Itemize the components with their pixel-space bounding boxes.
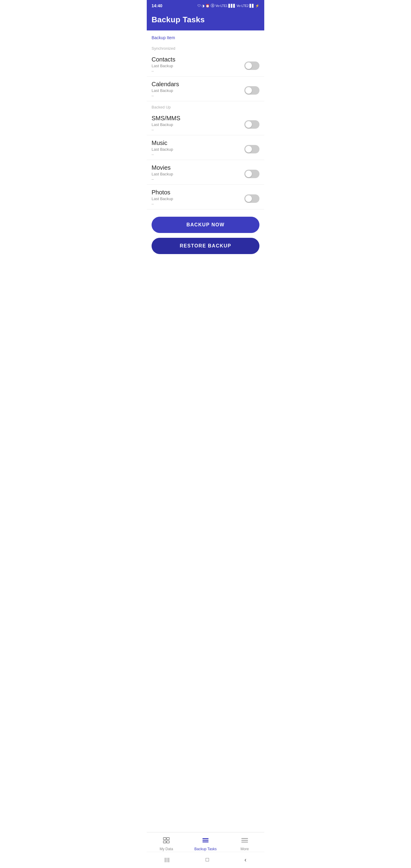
smsmms-track [244,120,259,129]
music-value: – [152,152,241,157]
calendars-track [244,86,259,95]
photos-track [244,194,259,203]
photos-value: – [152,202,241,206]
nav-item-backuptasks[interactable]: Backup Tasks [186,835,225,852]
circle-icon: ◑ [201,4,204,8]
contacts-value: – [152,69,241,73]
signal1-icon: ▋▋▋ [228,4,235,8]
list-item-contacts: Contacts Last Backup – [147,52,264,76]
calendars-content: Calendars Last Backup – [152,81,241,100]
mydata-label: My Data [160,847,173,851]
smsmms-value: – [152,127,241,132]
movies-thumb [245,170,252,177]
status-time: 14:40 [152,3,162,8]
music-track [244,145,259,153]
bluetooth-icon: Ⓑ [211,3,215,8]
movies-value: – [152,177,241,181]
svg-rect-0 [163,838,166,840]
contacts-title: Contacts [152,56,241,63]
movies-title: Movies [152,164,241,171]
calendars-subtitle: Last Backup [152,88,241,93]
mydata-icon [163,837,170,846]
music-toggle[interactable] [244,145,259,153]
calendars-thumb [245,87,252,94]
movies-content: Movies Last Backup – [152,164,241,183]
backup-now-button[interactable]: BACKUP NOW [152,217,259,233]
category-synchronized: Synchronized Contacts Last Backup – [147,42,264,101]
signal2-icon: ▋▋ [250,4,254,8]
category-header-backed-up: Backed Up [147,101,264,111]
alarm-icon: ⏰ [205,4,210,8]
music-thumb [245,146,252,153]
status-bar: 14:40 🛡 ◑ ⏰ Ⓑ Vo↑LTE1 ▋▋▋ Vo↑LTE2 ▋▋ ⚡ [147,0,264,10]
svg-rect-1 [167,838,169,840]
smsmms-title: SMS/MMS [152,115,241,122]
photos-subtitle: Last Backup [152,196,241,201]
calendars-title: Calendars [152,81,241,88]
svg-rect-4 [202,838,209,839]
nav-item-mydata[interactable]: My Data [147,835,186,852]
app-header: Backup Tasks [147,10,264,30]
photos-thumb [245,195,252,202]
lte2-indicator: Vo↑LTE2 [236,4,249,7]
calendars-value: – [152,93,241,98]
main-content: Backup Item Synchronized Contacts Last B… [147,30,264,298]
calendars-toggle[interactable] [244,86,259,95]
photos-content: Photos Last Backup – [152,189,241,208]
smsmms-content: SMS/MMS Last Backup – [152,115,241,134]
movies-toggle[interactable] [244,170,259,178]
photos-title: Photos [152,189,241,196]
bottom-nav: My Data Backup Tasks More [147,832,264,855]
contacts-track [244,61,259,70]
contacts-subtitle: Last Backup [152,64,241,68]
more-icon [241,837,248,846]
list-item-photos: Photos Last Backup – [147,185,264,210]
list-item-smsmms: SMS/MMS Last Backup – [147,111,264,135]
music-title: Music [152,140,241,147]
contacts-thumb [245,62,252,69]
nav-item-more[interactable]: More [225,835,264,852]
svg-rect-3 [167,841,169,843]
android-nav-bar: ||| □ ‹ [147,852,264,868]
svg-rect-5 [202,840,209,841]
android-menu-button[interactable]: ||| [158,856,176,864]
action-buttons: BACKUP NOW RESTORE BACKUP [147,210,264,259]
lte1-indicator: Vo↑LTE1 [216,4,227,7]
list-item-music: Music Last Backup – [147,135,264,160]
section-label: Backup Item [147,30,264,42]
list-item-movies: Movies Last Backup – [147,160,264,185]
smsmms-thumb [245,121,252,128]
movies-subtitle: Last Backup [152,172,241,176]
smsmms-toggle[interactable] [244,120,259,129]
battery-icon: ⚡ [255,4,259,8]
photos-toggle[interactable] [244,194,259,203]
backuptasks-icon [202,837,209,846]
android-home-button[interactable]: □ [199,855,215,864]
music-content: Music Last Backup – [152,140,241,158]
status-icons: 🛡 ◑ ⏰ Ⓑ Vo↑LTE1 ▋▋▋ Vo↑LTE2 ▋▋ ⚡ [197,3,259,8]
more-label: More [241,847,249,851]
svg-rect-2 [163,841,166,843]
backuptasks-label: Backup Tasks [194,847,217,851]
contacts-content: Contacts Last Backup – [152,56,241,75]
contacts-toggle[interactable] [244,61,259,70]
svg-rect-6 [202,841,209,842]
restore-backup-button[interactable]: RESTORE BACKUP [152,238,259,254]
page-title: Backup Tasks [152,15,259,24]
android-back-button[interactable]: ‹ [238,855,253,864]
movies-track [244,170,259,178]
category-header-synchronized: Synchronized [147,42,264,52]
smsmms-subtitle: Last Backup [152,122,241,127]
list-item-calendars: Calendars Last Backup – [147,76,264,101]
shield-icon: 🛡 [197,4,201,7]
category-backed-up: Backed Up SMS/MMS Last Backup – [147,101,264,210]
music-subtitle: Last Backup [152,147,241,152]
